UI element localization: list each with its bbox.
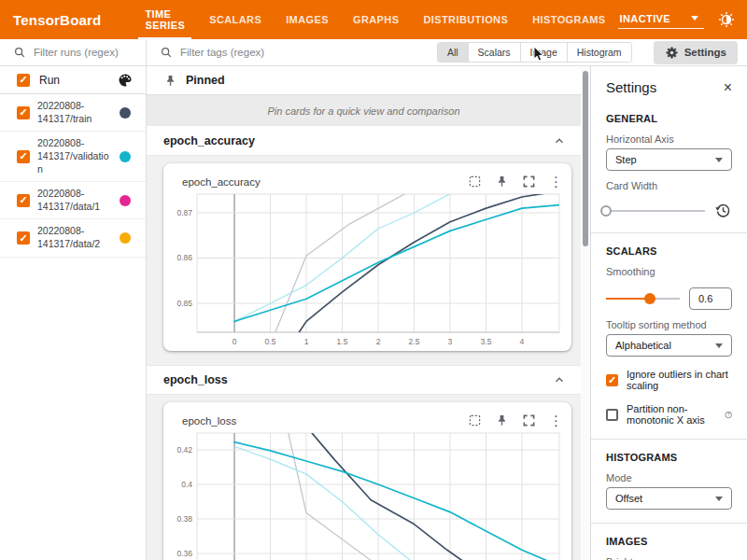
tab-histograms[interactable]: HISTOGRAMS (520, 0, 617, 39)
svg-text:4: 4 (520, 337, 525, 346)
tooltip-sorting-label: Tooltip sorting method (606, 319, 732, 330)
run-checkbox[interactable]: ✓ (17, 231, 30, 245)
smoothing-input[interactable]: 0.6 (689, 287, 732, 310)
histogram-mode-label: Mode (606, 472, 732, 483)
close-icon[interactable]: × (724, 80, 732, 95)
run-row[interactable]: ✓20220808-141317/train (0, 94, 146, 132)
ignore-outliers-row: ✓ Ignore outliers in chart scaling (606, 369, 732, 391)
main-content: Pinned Pin cards for a quick view and co… (147, 66, 581, 560)
fit-to-data-icon[interactable] (468, 413, 482, 427)
chevron-down-icon (691, 16, 698, 21)
pinned-header: Pinned (147, 66, 581, 95)
filter-runs-box[interactable]: Filter runs (regex) (0, 39, 147, 65)
svg-text:2: 2 (376, 337, 381, 346)
ignore-outliers-label: Ignore outliers in chart scaling (627, 369, 732, 391)
reset-icon[interactable] (714, 202, 732, 219)
card-width-slider[interactable] (606, 205, 705, 217)
help-icon[interactable]: ? (725, 409, 732, 421)
reload-status-dropdown[interactable]: INACTIVE (618, 11, 704, 29)
app-logo[interactable]: TensorBoard (0, 12, 101, 28)
svg-text:3: 3 (448, 337, 453, 346)
svg-text:0.36: 0.36 (176, 549, 192, 558)
run-color-dot[interactable] (120, 151, 131, 162)
tab-scalars[interactable]: SCALARS (197, 0, 274, 39)
chevron-down-icon (715, 343, 723, 348)
more-options-icon[interactable]: ⋮ (549, 175, 558, 189)
pinned-hint: Pin cards for a quick view and compariso… (147, 95, 581, 126)
epoch-loss-chart[interactable]: 0.360.380.40.42 (167, 431, 563, 560)
reload-status-value: INACTIVE (620, 13, 671, 24)
card-actions: ⋮ (468, 413, 558, 427)
horizontal-axis-select[interactable]: Step (606, 148, 732, 171)
gear-icon (665, 46, 679, 60)
tooltip-sorting-select[interactable]: Alphabetical (606, 334, 732, 357)
pin-card-icon[interactable] (495, 413, 509, 427)
svg-text:0.38: 0.38 (176, 514, 192, 524)
tag-type-filter-group: AllScalarsImageHistogram (437, 42, 632, 63)
svg-text:0.42: 0.42 (176, 445, 192, 455)
section-title: epoch_loss (163, 373, 228, 386)
partition-x-axis-checkbox[interactable] (606, 409, 618, 421)
filter-tags-input[interactable]: Filter tags (regex) (180, 47, 264, 58)
run-color-dot[interactable] (120, 232, 131, 244)
theme-toggle-icon[interactable] (718, 11, 735, 28)
run-row[interactable]: ✓20220808-141317/data/2 (0, 219, 146, 257)
pin-icon (163, 74, 177, 88)
scrollbar-thumb[interactable] (583, 71, 588, 246)
filter-tags-box: Filter tags (regex) AllScalarsImageHisto… (147, 39, 747, 65)
filter-runs-input[interactable]: Filter runs (regex) (34, 47, 119, 58)
card-width-label: Card Width (606, 180, 732, 191)
section-title: epoch_accuracy (163, 134, 255, 147)
fullscreen-icon[interactable] (522, 413, 536, 427)
filter-button-scalars[interactable]: Scalars (468, 43, 520, 62)
body: ✓ Run ✓20220808-141317/train✓20220808-14… (0, 66, 747, 560)
settings-section-scalars: SCALARS (606, 245, 732, 257)
ignore-outliers-checkbox[interactable]: ✓ (606, 374, 618, 386)
svg-text:1.5: 1.5 (337, 337, 348, 346)
tab-distributions[interactable]: DISTRIBUTIONS (411, 0, 520, 39)
run-color-dot[interactable] (120, 107, 131, 119)
section-header-epoch-accuracy[interactable]: epoch_accuracy (147, 126, 581, 156)
pin-card-icon[interactable] (495, 175, 509, 189)
section-header-epoch-loss[interactable]: epoch_loss (147, 365, 581, 395)
epoch-accuracy-chart[interactable]: 00.511.522.533.540.850.860.87 (167, 192, 563, 351)
run-color-dot[interactable] (120, 195, 131, 206)
card-header: epoch_accuracy ⋮ (163, 163, 571, 190)
tooltip-sorting-value: Alphabetical (615, 340, 671, 351)
palette-icon[interactable] (118, 73, 133, 88)
main-scrollbar[interactable] (581, 66, 590, 560)
header-actions: INACTIVE ? (618, 11, 747, 29)
settings-title: Settings (606, 79, 656, 95)
fullscreen-icon[interactable] (522, 175, 536, 189)
filter-button-all[interactable]: All (438, 43, 468, 62)
chevron-up-icon[interactable] (553, 373, 566, 386)
histogram-mode-select[interactable]: Offset (606, 487, 732, 510)
tab-graphs[interactable]: GRAPHS (341, 0, 411, 39)
smoothing-slider[interactable] (606, 293, 680, 304)
settings-button[interactable]: Settings (654, 41, 738, 64)
run-checkbox[interactable]: ✓ (17, 106, 30, 119)
scalar-card-epoch-accuracy: epoch_accuracy ⋮ 00.511.522.533.540.850.… (163, 163, 571, 351)
tab-time-series[interactable]: TIME SERIES (133, 0, 197, 39)
svg-text:0.85: 0.85 (176, 299, 192, 308)
filter-button-image[interactable]: Image (520, 43, 567, 62)
more-options-icon[interactable]: ⋮ (549, 413, 558, 427)
svg-text:?: ? (727, 413, 730, 417)
run-label: 20220808-141317/train (37, 100, 112, 125)
chevron-up-icon[interactable] (553, 134, 566, 147)
fit-to-data-icon[interactable] (468, 175, 482, 189)
chevron-down-icon (715, 497, 723, 501)
search-icon (160, 46, 173, 59)
nav-tabs: TIME SERIESSCALARSIMAGESGRAPHSDISTRIBUTI… (133, 0, 617, 39)
brightness-label: Brightness (606, 556, 732, 560)
run-label: 20220808-141317/data/2 (37, 225, 112, 250)
run-row[interactable]: ✓20220808-141317/data/1 (0, 182, 146, 219)
run-row[interactable]: ✓20220808-141317/validation (0, 132, 146, 182)
tab-images[interactable]: IMAGES (274, 0, 341, 39)
filter-button-histogram[interactable]: Histogram (567, 43, 631, 62)
select-all-runs-checkbox[interactable]: ✓ (17, 74, 30, 87)
run-checkbox[interactable]: ✓ (17, 150, 30, 163)
scalar-card-epoch-loss: epoch_loss ⋮ 0.360.380.40.42 (163, 402, 571, 560)
run-checkbox[interactable]: ✓ (17, 194, 30, 207)
smoothing-label: Smoothing (606, 266, 732, 277)
